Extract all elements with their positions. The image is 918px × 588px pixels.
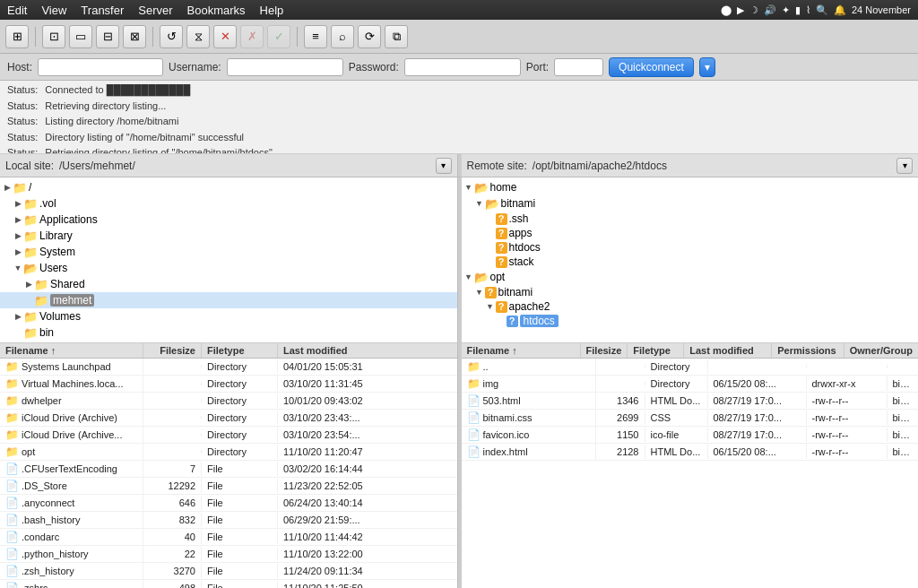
toolbar-process[interactable]: ≡ (304, 25, 327, 48)
tree-item-htdocs-home[interactable]: ? htdocs (462, 240, 919, 255)
tree-item-applications[interactable]: ▶ 📁 Applications (0, 212, 457, 228)
col-header-local-filetype[interactable]: Filetype (202, 343, 278, 358)
col-header-remote-filename[interactable]: Filename (462, 343, 581, 358)
tree-item-volumes[interactable]: ▶ 📁 Volumes (0, 308, 457, 324)
tree-item-stack[interactable]: ? stack (462, 255, 919, 269)
tree-item-vol[interactable]: ▶ 📁 .vol (0, 195, 457, 212)
tree-item-shared[interactable]: ▶ 📁 Shared (0, 276, 457, 292)
toolbar-btn-layout[interactable]: ⊞ (5, 25, 29, 48)
toolbar-filter[interactable]: ⧖ (186, 25, 210, 48)
local-file-row-11[interactable]: 📄.python_history 22 File 11/10/20 13:22:… (0, 546, 457, 563)
username-label: Username: (169, 61, 221, 74)
status-label-1: Status: (7, 82, 38, 99)
local-file-row-12[interactable]: 📄.zsh_history 3270 File 11/24/20 09:11:3… (0, 563, 457, 580)
local-file-row-13[interactable]: 📄.zshrc 498 File 11/10/20 11:25:50 (0, 580, 457, 588)
local-site-dropdown[interactable]: ▾ (436, 158, 452, 174)
toolbar-refresh[interactable]: ↺ (160, 25, 183, 48)
port-input[interactable] (554, 58, 603, 76)
local-file-date-13: 11/10/20 11:25:50 (278, 581, 457, 588)
col-header-remote-filetype[interactable]: Filetype (628, 343, 684, 358)
chevron-system[interactable]: ▶ (13, 246, 23, 257)
chevron-bitnami-home[interactable]: ▼ (474, 198, 485, 209)
chevron-volumes[interactable]: ▶ (13, 311, 23, 322)
password-input[interactable] (404, 58, 521, 76)
tree-item-apache2[interactable]: ▼ ? apache2 (462, 299, 919, 314)
chevron-applications[interactable]: ▶ (13, 214, 23, 225)
local-file-row-8[interactable]: 📄.anyconnect 646 File 06/24/20 13:40:14 (0, 495, 457, 512)
tree-item-system[interactable]: ▶ 📁 System (0, 244, 457, 260)
tree-item-home[interactable]: ▼ 📂 home (462, 179, 919, 195)
chevron-bitnami-opt[interactable]: ▼ (474, 287, 485, 298)
col-header-local-filesize[interactable]: Filesize (143, 343, 202, 358)
remote-file-row-3[interactable]: 📄bitnami.css 2699 CSS 08/27/19 17:0... -… (462, 410, 919, 427)
host-input[interactable] (38, 58, 163, 76)
local-file-type-4: Directory (202, 428, 278, 442)
remote-file-name-0: 📁.. (462, 359, 596, 375)
local-file-row-2[interactable]: 📁dwhelper Directory 10/01/20 09:43:02 (0, 393, 457, 410)
toolbar-cancel[interactable]: ✕ (213, 25, 237, 48)
local-file-row-10[interactable]: 📄.condarc 40 File 11/10/20 11:44:42 (0, 529, 457, 546)
search-icon[interactable]: 🔍 (816, 4, 828, 16)
tree-item-mehmet[interactable]: 📁 mehmet (0, 292, 457, 308)
quickconnect-button[interactable]: Quickconnect (609, 57, 694, 77)
local-file-row-5[interactable]: 📁opt Directory 11/10/20 11:20:47 (0, 444, 457, 461)
col-header-remote-permissions[interactable]: Permissions (772, 343, 844, 358)
remote-file-row-5[interactable]: 📄index.html 2128 HTML Do... 06/15/20 08:… (462, 444, 919, 461)
col-header-remote-owner[interactable]: Owner/Group (844, 343, 918, 358)
remote-file-row-2[interactable]: 📄503.html 1346 HTML Do... 08/27/19 17:0.… (462, 393, 919, 410)
chevron-shared[interactable]: ▶ (23, 279, 34, 290)
main-panels: ▶ 📁 / ▶ 📁 .vol ▶ 📁 Applications ▶ (0, 177, 918, 588)
menu-view[interactable]: View (41, 4, 66, 17)
tree-item-root[interactable]: ▶ 📁 / (0, 179, 457, 195)
chevron-home[interactable]: ▼ (463, 182, 474, 193)
chevron-opt[interactable]: ▼ (463, 272, 474, 282)
col-header-remote-filesize[interactable]: Filesize (581, 343, 628, 358)
local-file-row-1[interactable]: 📁Virtual Machines.loca... Directory 03/1… (0, 376, 457, 393)
remote-site-path[interactable]: /opt/bitnami/apache2/htdocs (533, 160, 891, 172)
username-input[interactable] (227, 58, 343, 76)
tree-item-apps[interactable]: ? apps (462, 226, 919, 240)
tree-item-library[interactable]: ▶ 📁 Library (0, 228, 457, 244)
wifi-icon: ⌇ (806, 4, 810, 16)
toolbar-btn-1[interactable]: ⊡ (42, 25, 65, 48)
chevron-vol[interactable]: ▶ (13, 198, 23, 209)
tree-item-opt[interactable]: ▼ 📂 opt (462, 269, 919, 285)
local-file-row-0[interactable]: 📁Systems Launchpad Directory 04/01/20 15… (0, 359, 457, 376)
remote-file-row-1[interactable]: 📁img Directory 06/15/20 08:... drwxr-xr-… (462, 376, 919, 393)
chevron-apache2[interactable]: ▼ (485, 301, 496, 312)
local-file-row-3[interactable]: 📁iCloud Drive (Archive) Directory 03/10/… (0, 410, 457, 427)
local-file-row-6[interactable]: 📄.CFUserTextEncoding 7 File 03/02/20 16:… (0, 461, 457, 478)
menu-server[interactable]: Server (138, 4, 172, 17)
col-header-remote-modified[interactable]: Last modified (684, 343, 772, 358)
chevron-root[interactable]: ▶ (2, 182, 13, 193)
col-header-local-modified[interactable]: Last modified (278, 343, 457, 358)
menu-transfer[interactable]: Transfer (81, 4, 124, 17)
col-header-local-filename[interactable]: Filename (0, 343, 143, 358)
tree-item-users[interactable]: ▼ 📂 Users (0, 260, 457, 276)
local-file-row-9[interactable]: 📄.bash_history 832 File 06/29/20 21:59:.… (0, 512, 457, 529)
chevron-library[interactable]: ▶ (13, 230, 23, 241)
tree-item-bitnami-opt[interactable]: ▼ ? bitnami (462, 285, 919, 299)
toolbar-btn-4[interactable]: ⊠ (123, 25, 146, 48)
toolbar-compare[interactable]: ⧉ (385, 25, 408, 48)
local-file-row-4[interactable]: 📁iCloud Drive (Archive... Directory 03/1… (0, 427, 457, 444)
remote-file-row-0[interactable]: 📁.. Directory (462, 359, 919, 376)
tree-item-bin[interactable]: 📁 bin (0, 324, 457, 341)
chevron-users[interactable]: ▼ (13, 263, 23, 273)
menu-edit[interactable]: Edit (7, 4, 27, 17)
local-site-path[interactable]: /Users/mehmet/ (59, 160, 429, 172)
toolbar-btn-2[interactable]: ▭ (69, 25, 92, 48)
remote-file-owner-3: bitnami root (888, 411, 919, 425)
tree-item-htdocs-selected[interactable]: ? htdocs (462, 314, 919, 328)
toolbar-btn-3[interactable]: ⊟ (96, 25, 119, 48)
remote-file-row-4[interactable]: 📄favicon.ico 1150 ico-file 08/27/19 17:0… (462, 427, 919, 444)
tree-item-bitnami-home[interactable]: ▼ 📂 bitnami (462, 195, 919, 212)
toolbar-search[interactable]: ⌕ (331, 25, 354, 48)
quickconnect-dropdown[interactable]: ▾ (699, 57, 715, 77)
toolbar-sync[interactable]: ⟳ (358, 25, 381, 48)
local-file-row-7[interactable]: 📄.DS_Store 12292 File 11/23/20 22:52:05 (0, 478, 457, 495)
tree-item-ssh[interactable]: ? .ssh (462, 212, 919, 226)
remote-site-dropdown[interactable]: ▾ (896, 158, 913, 174)
menu-help[interactable]: Help (260, 4, 284, 17)
menu-bookmarks[interactable]: Bookmarks (187, 4, 246, 17)
